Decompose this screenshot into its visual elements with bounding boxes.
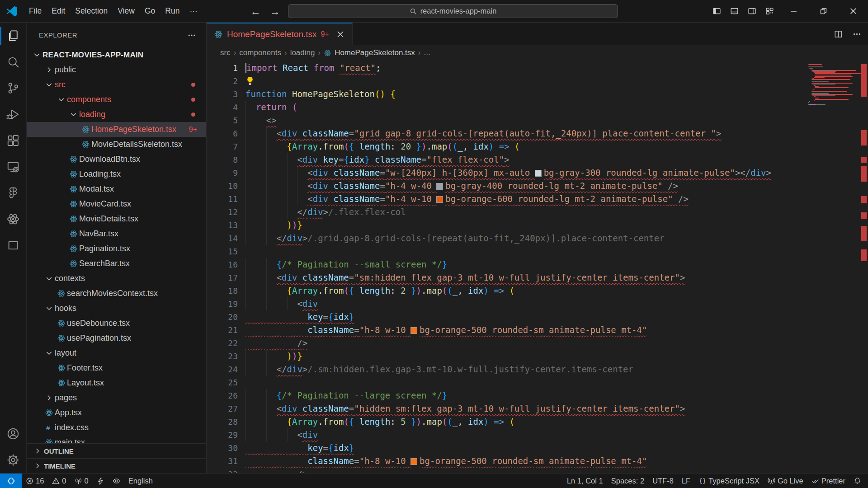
status-typescript-jsx[interactable]: {}TypeScript JSX xyxy=(694,474,764,488)
code-line-5[interactable]: 5<> xyxy=(207,114,807,127)
tree-item-homepageskeleton-tsx[interactable]: HomePageSkeleton.tsx9+ xyxy=(27,122,206,137)
breadcrumb-components[interactable]: components xyxy=(239,48,281,57)
history-forward-icon[interactable]: → xyxy=(267,0,283,23)
status-english[interactable]: English xyxy=(124,474,157,488)
tree-item-moviedetails-tsx[interactable]: MovieDetails.tsx xyxy=(27,211,206,226)
tree-item-searchmoviescontext-tsx[interactable]: searchMoviesContext.tsx xyxy=(27,286,206,301)
status-prettier[interactable]: Prettier xyxy=(807,474,849,488)
code-line-30[interactable]: 30 key={idx} xyxy=(207,441,807,455)
command-center-search[interactable]: react-movies-app-main xyxy=(288,4,618,18)
menu-[interactable]: ··· xyxy=(184,5,202,18)
status-0[interactable]: 0 xyxy=(71,474,93,488)
code-editor[interactable]: 1import React from "react";23function Ho… xyxy=(207,61,868,473)
tree-item-pages[interactable]: pages xyxy=(27,390,206,405)
code-line-31[interactable]: 31 className="h-8 w-10 bg-orange-500 rou… xyxy=(207,455,807,468)
menu-file[interactable]: File xyxy=(24,5,47,18)
menu-view[interactable]: View xyxy=(113,5,140,18)
tree-item-footer-tsx[interactable]: Footer.tsx xyxy=(27,361,206,375)
activity-search-icon[interactable] xyxy=(0,49,26,75)
minimize-icon[interactable] xyxy=(778,0,808,22)
tree-item-components[interactable]: components xyxy=(27,92,206,107)
menu-edit[interactable]: Edit xyxy=(47,5,70,18)
code-line-22[interactable]: 22 /> xyxy=(207,337,807,350)
tree-item-navbar-tsx[interactable]: NavBar.tsx xyxy=(27,226,206,241)
layout-sidebar-right-icon[interactable] xyxy=(743,0,761,22)
layout-customize-icon[interactable] xyxy=(761,0,778,22)
tree-root-folder[interactable]: REACT-MOVIES-APP-MAIN xyxy=(27,47,206,62)
code-line-28[interactable]: 28{Array.from({ length: 5 }).map((_, idx… xyxy=(207,415,807,428)
code-line-24[interactable]: 24</div>/.sm:hidden.flex.gap-3.mt-10.w-f… xyxy=(207,363,807,376)
code-line-26[interactable]: 26{/* Pagination --large screen */} xyxy=(207,389,807,402)
breadcrumb-[interactable]: ... xyxy=(424,48,430,57)
tree-item-main-tsx[interactable]: main.tsx xyxy=(27,435,206,443)
layout-panel-icon[interactable] xyxy=(726,0,743,22)
code-line-25[interactable]: 25 xyxy=(207,376,807,389)
breadcrumb-homepageskeleton-tsx[interactable]: HomePageSkeleton.tsx xyxy=(335,48,415,57)
status-lf[interactable]: LF xyxy=(678,474,694,488)
status-ln-1-col-1[interactable]: Ln 1, Col 1 xyxy=(563,474,607,488)
activity-files-icon[interactable] xyxy=(0,23,26,49)
tree-item-moviecard-tsx[interactable]: MovieCard.tsx xyxy=(27,197,206,211)
code-line-16[interactable]: 16{/* Pagination --small screen */} xyxy=(207,258,807,271)
status-utf-8[interactable]: UTF-8 xyxy=(648,474,678,488)
activity-source-control-icon[interactable] xyxy=(0,75,26,101)
tree-item-public[interactable]: public xyxy=(27,62,206,77)
code-line-10[interactable]: 10<div className="h-4 w-40 bg-gray-400 r… xyxy=(207,179,807,192)
tree-item-layout-tsx[interactable]: Layout.tsx xyxy=(27,375,206,390)
tree-item-usepagination-tsx[interactable]: usePagination.tsx xyxy=(27,331,206,346)
activity-extensions-icon[interactable] xyxy=(0,127,26,154)
split-editor-icon[interactable] xyxy=(834,29,843,39)
close-icon[interactable] xyxy=(838,0,868,22)
history-back-icon[interactable]: ← xyxy=(247,0,264,23)
code-line-9[interactable]: 9<div className="w-[240px] h-[360px] mx-… xyxy=(207,166,807,179)
code-line-20[interactable]: 20 key={idx} xyxy=(207,310,807,324)
activity-square-tool-icon[interactable] xyxy=(0,232,26,258)
section-timeline[interactable]: TIMELINE xyxy=(27,458,206,473)
code-line-15[interactable]: 15 xyxy=(207,245,807,258)
status-go-live[interactable]: Go Live xyxy=(764,474,807,488)
explorer-more-actions-icon[interactable] xyxy=(187,31,196,40)
code-line-21[interactable]: 21 className="h-8 w-10 bg-orange-500 rou… xyxy=(207,324,807,337)
tree-item-loading-tsx[interactable]: Loading.tsx xyxy=(27,167,206,182)
code-line-8[interactable]: 8<div key={idx} className="flex flex-col… xyxy=(207,153,807,166)
section-outline[interactable]: OUTLINE xyxy=(27,443,206,458)
status-16[interactable]: 16 xyxy=(22,474,48,488)
tree-item-downloadbtn-tsx[interactable]: DownloadBtn.tsx xyxy=(27,152,206,167)
code-line-12[interactable]: 12</div>/.flex.flex-col xyxy=(207,206,807,219)
code-line-6[interactable]: 6<div className="grid gap-8 grid-cols-[r… xyxy=(207,127,807,140)
menu-selection[interactable]: Selection xyxy=(70,5,113,18)
minimap[interactable] xyxy=(807,64,860,473)
code-line-17[interactable]: 17<div className="sm:hidden flex gap-3 m… xyxy=(207,271,807,284)
activity-figma-icon[interactable] xyxy=(0,180,26,206)
status-eye-icon[interactable] xyxy=(108,474,124,488)
status-0[interactable]: 0 xyxy=(48,474,70,488)
tree-item-contexts[interactable]: contexts xyxy=(27,271,206,286)
menu-run[interactable]: Run xyxy=(160,5,184,18)
status-spaces-2[interactable]: Spaces: 2 xyxy=(607,474,648,488)
activity-account-icon[interactable] xyxy=(0,421,26,447)
tree-item-usedebounce-tsx[interactable]: useDebounce.tsx xyxy=(27,316,206,331)
tree-item-app-tsx[interactable]: App.tsx xyxy=(27,405,206,420)
lightbulb-icon[interactable] xyxy=(245,76,255,85)
code-line-14[interactable]: 14</div>/.grid.gap-8.grid-cols-[repeat(a… xyxy=(207,232,807,245)
breadcrumb-loading[interactable]: loading xyxy=(290,48,315,57)
editor-more-actions-icon[interactable] xyxy=(852,29,862,39)
layout-sidebar-left-icon[interactable] xyxy=(708,0,726,22)
code-line-4[interactable]: 4return ( xyxy=(207,101,807,114)
restore-icon[interactable] xyxy=(808,0,838,22)
code-line-19[interactable]: 19<div xyxy=(207,297,807,310)
remote-indicator[interactable] xyxy=(0,474,22,488)
tree-item-searchbar-tsx[interactable]: SearchBar.tsx xyxy=(27,256,206,271)
tree-item-index-css[interactable]: #index.css xyxy=(27,420,206,435)
code-line-1[interactable]: 1import React from "react"; xyxy=(207,61,807,75)
activity-run-debug-icon[interactable] xyxy=(0,101,26,127)
code-line-11[interactable]: 11<div className="h-4 w-10 bg-orange-600… xyxy=(207,192,807,206)
status-bolt-icon[interactable] xyxy=(93,474,108,488)
code-line-13[interactable]: 13))} xyxy=(207,219,807,232)
code-line-23[interactable]: 23))} xyxy=(207,350,807,363)
breadcrumb-src[interactable]: src xyxy=(220,48,231,57)
tab-homepageskeleton[interactable]: HomePageSkeleton.tsx 9+ xyxy=(207,23,353,45)
code-line-32[interactable]: 32 /> xyxy=(207,468,807,473)
code-line-27[interactable]: 27<div className="hidden sm:flex gap-3 m… xyxy=(207,402,807,415)
code-line-3[interactable]: 3function HomePageSkeleton() { xyxy=(207,88,807,101)
